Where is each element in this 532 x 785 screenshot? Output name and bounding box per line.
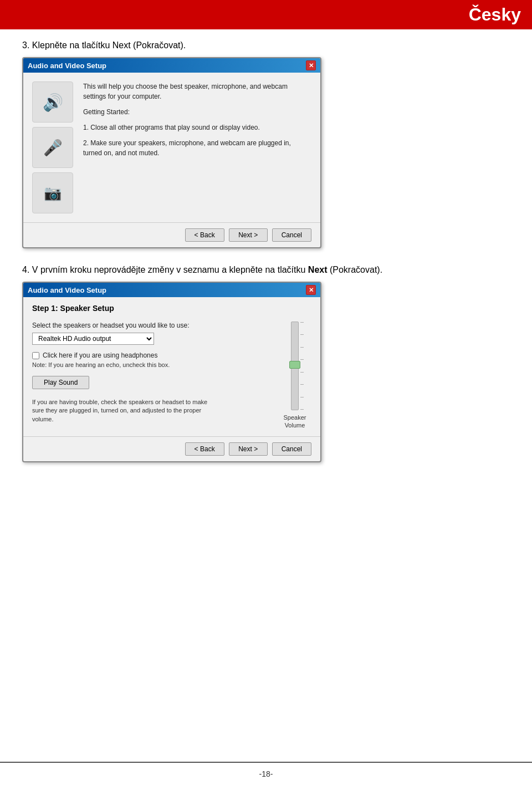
dialog1-titlebar: Audio and Video Setup ✕ (23, 58, 320, 73)
step4-heading-bold: Next (308, 265, 328, 274)
speaker-icon-box: 🔊 (32, 81, 73, 123)
speaker-select-row: Realtek HD Audio output (32, 333, 269, 345)
icons-column: 🔊 🎤 📷 (32, 81, 76, 213)
bottom-bar: -18- (0, 762, 532, 785)
step4-heading-suffix: (Pokračovat). (328, 265, 383, 274)
dialog1-step1: 1. Close all other programs that play so… (83, 123, 311, 132)
tick-4 (300, 359, 304, 360)
dialog1-close-button[interactable]: ✕ (306, 60, 316, 70)
webcam-icon-box: 📷 (32, 172, 73, 213)
trouble-text: If you are having trouble, check the spe… (32, 398, 221, 424)
step3-dialog: Audio and Video Setup ✕ 🔊 🎤 📷 This will … (22, 57, 321, 248)
dialog1-title: Audio and Video Setup (28, 62, 106, 70)
volume-slider-track[interactable] (291, 322, 299, 410)
dialog2-close-button[interactable]: ✕ (306, 285, 316, 295)
microphone-icon-box: 🎤 (32, 127, 73, 168)
play-sound-button[interactable]: Play Sound (32, 376, 89, 389)
speaker-setup-content: Select the speakers or headset you would… (32, 322, 311, 430)
step-title: Step 1: Speaker Setup (32, 304, 311, 313)
headphone-label: Click here if you are using headphones (43, 351, 157, 359)
step3-heading: 3. Klepněte na tlačítku Next (Pokračovat… (22, 40, 510, 50)
slider-ticks (300, 322, 304, 410)
tick-6 (300, 384, 304, 385)
tick-7 (300, 397, 304, 397)
tick-2 (300, 334, 304, 335)
dialog2-next-button[interactable]: Next > (229, 442, 268, 456)
headphone-checkbox[interactable] (32, 352, 39, 359)
step4-dialog: Audio and Video Setup ✕ Step 1: Speaker … (22, 282, 321, 462)
speaker-icon: 🔊 (43, 93, 63, 112)
step4-heading-prefix: 4. V prvním kroku neprovádějte změny v s… (22, 265, 308, 274)
dialog1-intro: This will help you choose the best speak… (83, 81, 311, 101)
speaker-dropdown[interactable]: Realtek HD Audio output (32, 333, 154, 345)
dialog1-next-button[interactable]: Next > (229, 228, 268, 242)
page-number: -18- (259, 769, 273, 778)
main-content: 3. Klepněte na tlačítku Next (Pokračovat… (0, 29, 532, 490)
dialog2-footer: < Back Next > Cancel (23, 436, 320, 461)
speaker-select-label: Select the speakers or headset you would… (32, 322, 269, 329)
tick-1 (300, 322, 304, 323)
dialog1-step2: 2. Make sure your speakers, microphone, … (83, 138, 311, 158)
tick-3 (300, 347, 304, 348)
volume-label: SpeakerVolume (284, 414, 306, 430)
tick-5 (300, 372, 304, 373)
step4-heading: 4. V prvním kroku neprovádějte změny v s… (22, 265, 510, 275)
dialog2-back-button[interactable]: < Back (185, 442, 224, 456)
dialog2-cancel-button[interactable]: Cancel (272, 442, 311, 456)
volume-column: SpeakerVolume (278, 322, 311, 430)
echo-note: Note: If you are hearing an echo, unchec… (32, 361, 269, 368)
tick-8 (300, 409, 304, 410)
headphone-checkbox-row: Click here if you are using headphones (32, 351, 269, 359)
dialog1-cancel-button[interactable]: Cancel (272, 228, 311, 242)
microphone-icon: 🎤 (43, 139, 63, 157)
dialog2-body: Step 1: Speaker Setup Select the speaker… (23, 297, 320, 436)
speaker-setup-left: Select the speakers or headset you would… (32, 322, 269, 430)
dialog1-footer: < Back Next > Cancel (23, 222, 320, 247)
dialog1-getting-started: Getting Started: (83, 107, 311, 117)
dialog2-title: Audio and Video Setup (28, 286, 106, 294)
top-banner: Česky (0, 0, 532, 29)
dialog1-body: 🔊 🎤 📷 This will help you choose the best… (23, 73, 320, 222)
dialog1-text: This will help you choose the best speak… (83, 81, 311, 213)
webcam-icon: 📷 (44, 185, 62, 202)
language-label: Česky (469, 4, 521, 24)
dialog1-back-button[interactable]: < Back (185, 228, 224, 242)
dialog2-titlebar: Audio and Video Setup ✕ (23, 283, 320, 297)
volume-slider-thumb[interactable] (289, 361, 300, 369)
